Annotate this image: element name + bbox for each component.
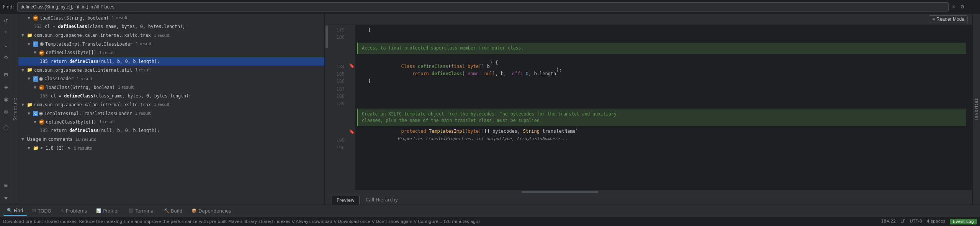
- sidebar-icon-plugin2[interactable]: ◉: [1, 94, 11, 104]
- code-lines: } Access to final protected superclass m…: [355, 25, 972, 190]
- list-item[interactable]: 📁 < 1.8 (2) > 9 results: [18, 144, 324, 153]
- sidebar-icon-plugin3[interactable]: ◎: [1, 106, 11, 117]
- list-item[interactable]: C o TemplatesImpl.TransletClassLoader 1 …: [18, 40, 324, 48]
- tab-dependencies[interactable]: 📦 Dependencies: [188, 207, 235, 215]
- problems-tab-label: Problems: [66, 208, 87, 214]
- list-item[interactable]: Usage in comments 18 results: [18, 135, 324, 144]
- sidebar-icon-settings[interactable]: ⚙: [1, 52, 11, 63]
- list-item[interactable]: 185 return defineClass(null, b, 0, b.len…: [18, 126, 324, 135]
- sidebar-icon-info[interactable]: ⓘ: [1, 123, 11, 134]
- sidebar-icon-list[interactable]: ≡: [1, 180, 11, 191]
- expand-arrow-icon[interactable]: [21, 68, 25, 73]
- list-item[interactable]: 163 cl = defineClass(class_name, bytes, …: [18, 92, 324, 100]
- code-line-195: protected TemplatesImpl(byte[][] bytecod…: [357, 128, 966, 135]
- list-item[interactable]: 163 cl = defineClass(class_name, bytes, …: [18, 22, 324, 31]
- method-text-2: defineClass(byte[]): [46, 119, 97, 125]
- profiler-tab-label: Profiler: [103, 208, 119, 214]
- find-panel-scrollbar[interactable]: [325, 14, 329, 205]
- result-count: 1 result: [152, 101, 170, 108]
- tab-terminal[interactable]: ⬛ Terminal: [124, 207, 159, 215]
- sidebar-icons: ↺ ↑ ↓ ⚙ ⊞ ◈ ◉ ◎ ⓘ ≡ ★: [0, 14, 12, 205]
- expand-arrow-icon[interactable]: [34, 85, 38, 90]
- bm-hint2: [348, 106, 355, 128]
- expand-arrow-icon[interactable]: [28, 111, 31, 116]
- minimize-icon[interactable]: —: [969, 3, 977, 11]
- list-item[interactable]: 📁 com.sun.org.apache.bcel.internal.util …: [18, 66, 324, 74]
- expand-arrow-icon[interactable]: [34, 119, 38, 125]
- favorites-panel[interactable]: Favorites: [972, 14, 980, 205]
- list-item[interactable]: m loadClass(String, boolean) 1 result: [18, 83, 324, 92]
- tab-profiler[interactable]: 📊 Profiler: [92, 207, 123, 215]
- folder-text: < 1.8 (2): [40, 145, 64, 152]
- structure-panel[interactable]: Structure: [12, 14, 18, 205]
- main-content: ↺ ↑ ↓ ⚙ ⊞ ◈ ◉ ◎ ⓘ ≡ ★ Structure m loadCl…: [0, 14, 980, 205]
- expand-arrow-icon[interactable]: [28, 76, 31, 81]
- method-text: loadClass(String, boolean): [46, 84, 115, 91]
- settings-icon[interactable]: ⚙: [959, 3, 966, 11]
- param-bytecodes: bytecodes: [492, 128, 517, 135]
- sidebar-icon-plugin1[interactable]: ◈: [1, 81, 11, 92]
- sidebar-icon-refresh[interactable]: ↺: [1, 15, 11, 26]
- list-item[interactable]: C o ClassLoader 1 result: [18, 74, 324, 83]
- scrollbar-thumb: [326, 25, 328, 48]
- horizontal-scrollbar[interactable]: [329, 190, 972, 194]
- list-item[interactable]: C o TemplatesImpl.TransletClassLoader 1 …: [18, 109, 324, 118]
- event-log-button[interactable]: Event Log: [950, 219, 977, 224]
- tab-todo[interactable]: ☑ TODO: [29, 207, 55, 215]
- status-message[interactable]: Download pre-built shared indexes: Reduc…: [3, 219, 878, 224]
- tab-preview[interactable]: Preview: [332, 196, 360, 205]
- expand-arrow-icon[interactable]: [28, 145, 31, 151]
- tab-call-hierarchy[interactable]: Call Hierarchy: [361, 196, 402, 205]
- bm-188: [348, 91, 355, 99]
- profiler-tab-icon: 📊: [96, 208, 101, 213]
- expand-arrow-icon[interactable]: [21, 137, 25, 142]
- status-encoding[interactable]: UTF-8: [910, 219, 922, 224]
- list-item[interactable]: 📁 com.sun.org.apache.xalan.internal.xslt…: [18, 31, 324, 40]
- expand-arrow-icon[interactable]: [21, 102, 25, 107]
- ln-183: [332, 56, 345, 63]
- expand-arrow-icon[interactable]: [21, 33, 25, 38]
- expand-arrow-icon[interactable]: [34, 50, 38, 55]
- status-indent[interactable]: 4 spaces: [927, 219, 946, 224]
- ln-179: 179: [332, 26, 345, 34]
- line-number: 185: [40, 127, 48, 134]
- define-class-call: defineClass: [432, 70, 462, 78]
- tab-build[interactable]: 🔨 Build: [160, 207, 186, 215]
- list-item[interactable]: m defineClass(byte[]) 1 result: [18, 118, 324, 126]
- expand-arrow-icon[interactable]: [28, 15, 31, 21]
- list-item[interactable]: 📁 com.sun.org.apache.xalan.internal.xslt…: [18, 101, 324, 109]
- expand-arrow-icon[interactable]: [28, 41, 31, 47]
- bookmark-184-icon: 🔖: [348, 62, 355, 69]
- type-templatesimpl: TemplatesImpl: [429, 128, 465, 135]
- result-count: 1 result: [133, 110, 151, 117]
- folder-icon: 📁: [27, 66, 33, 74]
- status-lf[interactable]: LF: [900, 219, 905, 224]
- code-area[interactable]: 179 180 184 185 186 187 188 189 195: [329, 25, 972, 190]
- list-item[interactable]: m defineClass(byte[]) 1 result: [18, 48, 324, 57]
- item-text-sub: >: [65, 145, 71, 152]
- tab-problems[interactable]: ⚠ Problems: [57, 207, 91, 215]
- sidebar-icon-down[interactable]: ↓: [1, 40, 11, 51]
- list-item[interactable]: m loadClass(String, boolean) 1 result: [18, 14, 324, 22]
- tab-find[interactable]: 🔍 Find: [3, 206, 27, 216]
- kw-final: final: [451, 63, 465, 70]
- find-bar: Find: × ⚙ —: [0, 0, 980, 14]
- structure-label: Structure: [13, 97, 18, 120]
- list-item[interactable]: 185 return defineClass(null, b, 0, b.len…: [18, 57, 324, 66]
- status-position: 184:22: [881, 219, 896, 224]
- ln-191: [332, 115, 345, 122]
- bm-hint1: [348, 40, 355, 54]
- find-input[interactable]: [17, 2, 949, 12]
- ln-194: 195: [332, 137, 345, 144]
- sidebar-icon-up[interactable]: ↑: [1, 28, 11, 38]
- sidebar-icon-star[interactable]: ★: [1, 192, 11, 203]
- reader-mode-button[interactable]: ≡ Reader Mode: [929, 15, 968, 23]
- code-snippet: return defineClass(null, b, 0, b.length)…: [51, 58, 160, 65]
- top-right-icons: ⚙ —: [959, 3, 977, 11]
- sidebar-icon-hierarchy[interactable]: ⊞: [1, 69, 11, 80]
- hint-box-1: Access to final protected superclass mem…: [357, 43, 966, 54]
- class-text-2: TemplatesImpl.TransletClassLoader: [44, 110, 132, 117]
- param-transletname: transletName: [542, 128, 576, 135]
- favorites-label: Favorites: [974, 98, 979, 120]
- close-find-icon[interactable]: ×: [952, 4, 955, 10]
